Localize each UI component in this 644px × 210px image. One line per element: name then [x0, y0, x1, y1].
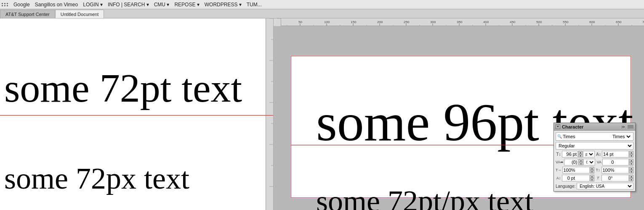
menu-repose[interactable]: REPOSE ▾	[172, 2, 202, 8]
svg-text:500: 500	[536, 20, 542, 24]
hscale-vscale-row: T↔ ▲ ▼ T↕	[556, 167, 633, 173]
ruler-top: 0 50 100 150 200 250 300 350 400 450	[274, 18, 644, 26]
character-panel-body: 🔍 Times Regular Bold Italic Bold Italic	[554, 131, 635, 191]
skew-down[interactable]: ▼	[629, 178, 633, 181]
text-72px-left: some 72px text	[4, 161, 189, 196]
font-size-input-wrap	[562, 151, 578, 158]
language-label: Language:	[556, 184, 575, 189]
panel-close-button[interactable]: ✕	[556, 124, 560, 129]
baseline-group: A↕ ▲ ▼	[556, 175, 594, 181]
tab-untitled[interactable]: Untitled Document	[55, 10, 104, 18]
vscale-spinners[interactable]: ▲ ▼	[629, 167, 633, 173]
hscale-input-wrap	[562, 167, 590, 173]
page-area: some 96pt text some 72pt/px text ✕ Chara…	[274, 26, 644, 210]
ruler-left	[266, 18, 273, 210]
character-panel-title: Character	[562, 124, 583, 129]
menu-cmu[interactable]: CMU ▾	[152, 2, 172, 8]
svg-text:300: 300	[430, 20, 436, 24]
kerning-input-wrap	[602, 159, 629, 165]
vscale-input-wrap	[601, 167, 629, 173]
main: some 72pt text some 72px text	[0, 18, 644, 210]
hscale-group: T↔ ▲ ▼	[556, 167, 594, 173]
vscale-group: T↕ ▲ ▼	[595, 167, 634, 173]
font-style-row: Regular Bold Italic Bold Italic	[556, 142, 633, 150]
tracking-down[interactable]: ▼	[579, 162, 583, 165]
svg-text:400: 400	[483, 20, 489, 24]
menu-wordpress[interactable]: WORDPRESS ▾	[202, 2, 244, 8]
kerning-up[interactable]: ▲	[629, 159, 633, 162]
menu-google[interactable]: Google	[11, 2, 32, 8]
font-size-spinners[interactable]: ▲ ▼	[578, 151, 583, 158]
skew-spinners[interactable]: ▲ ▼	[629, 175, 633, 181]
tracking-spinners[interactable]: ▲ ▼	[579, 159, 583, 165]
skew-group: T ▲ ▼	[595, 175, 634, 181]
svg-text:150: 150	[351, 20, 357, 24]
menu-tum[interactable]: TUM...	[244, 2, 264, 8]
font-search-input[interactable]	[563, 134, 611, 139]
language-select[interactable]: English: USA English: UK French German	[577, 183, 633, 189]
hscale-down[interactable]: ▼	[590, 170, 594, 173]
kerning-spinners[interactable]: ▲ ▼	[629, 159, 633, 165]
vscale-down[interactable]: ▼	[629, 170, 633, 173]
kerning-group: VA ▲ ▼	[596, 159, 633, 165]
cap-height-input[interactable]	[602, 152, 614, 157]
hscale-up[interactable]: ▲	[590, 167, 594, 170]
baseline-icon: A↕	[556, 176, 562, 180]
skew-input[interactable]	[602, 176, 614, 181]
cap-height-up[interactable]: ▲	[629, 151, 633, 154]
svg-text:700: 700	[642, 20, 644, 24]
font-size-down[interactable]: ▼	[578, 154, 583, 158]
cap-height-spinners[interactable]: ▲ ▼	[629, 151, 633, 158]
page-margin-top	[291, 56, 631, 56]
character-panel: ✕ Character ≫ 🔍	[554, 123, 636, 192]
tab-att[interactable]: AT&T Support Center	[0, 10, 55, 18]
font-style-select[interactable]: Regular Bold Italic Bold Italic	[556, 142, 633, 150]
baseline-down[interactable]: ▼	[590, 178, 594, 181]
vscale-icon: T↕	[595, 168, 601, 172]
svg-text:100: 100	[324, 20, 330, 24]
vscale-up[interactable]: ▲	[629, 167, 633, 170]
tracking-input[interactable]	[564, 160, 578, 165]
cap-height-down[interactable]: ▼	[629, 154, 633, 158]
hscale-spinners[interactable]: ▲ ▼	[590, 167, 594, 173]
font-size-input[interactable]	[562, 152, 577, 157]
hscale-icon: T↔	[556, 168, 562, 172]
baseline-spinners[interactable]: ▲ ▼	[590, 175, 594, 181]
tracking-kerning-row: VA⬌ ▲ ▼ 0	[556, 159, 633, 165]
vscale-input[interactable]	[602, 168, 615, 173]
cap-height-input-wrap	[602, 151, 629, 158]
svg-text:350: 350	[457, 20, 463, 24]
page-margin-left	[291, 56, 291, 198]
red-guide-horizontal-left	[0, 115, 273, 116]
menu-dots	[2, 3, 8, 6]
right-area: 0 50 100 150 200 250 300 350 400 450	[274, 18, 644, 210]
kerning-input[interactable]	[603, 160, 615, 165]
panel-menu-icon[interactable]	[628, 124, 633, 129]
panel-expand-icon[interactable]: ≫	[621, 125, 625, 129]
baseline-input-wrap	[562, 175, 590, 181]
font-size-unit[interactable]: pt px	[583, 151, 595, 158]
menu-login[interactable]: LOGIN ▾	[80, 2, 105, 8]
font-search-dropdown[interactable]: Times	[611, 133, 632, 140]
tracking-group: VA⬌ ▲ ▼ 0	[556, 159, 595, 165]
font-size-up[interactable]: ▲	[578, 151, 583, 154]
font-size-icon: T↕	[556, 152, 562, 157]
text-72ptpx-right: some 72pt/px text	[316, 184, 533, 210]
svg-text:200: 200	[377, 20, 383, 24]
baseline-up[interactable]: ▲	[590, 175, 594, 178]
tracking-up[interactable]: ▲	[579, 159, 583, 162]
menu-vimeo[interactable]: Sangillos on Vimeo	[32, 2, 81, 8]
skew-up[interactable]: ▲	[629, 175, 633, 178]
hscale-input[interactable]	[563, 168, 576, 173]
tracking-unit[interactable]: 0	[583, 159, 595, 165]
tracking-input-wrap	[564, 159, 578, 165]
kerning-down[interactable]: ▼	[629, 162, 633, 165]
svg-text:450: 450	[510, 20, 516, 24]
size-capheight-row: T↕ ▲ ▼ pt px	[556, 151, 633, 158]
menu-info-search[interactable]: INFO | SEARCH ▾	[105, 2, 152, 8]
svg-text:550: 550	[563, 20, 569, 24]
skew-input-wrap	[601, 175, 629, 181]
character-panel-titlebar: ✕ Character ≫	[554, 123, 635, 131]
cap-height-group: A↕ ▲ ▼	[596, 151, 633, 158]
baseline-input[interactable]	[562, 176, 576, 181]
